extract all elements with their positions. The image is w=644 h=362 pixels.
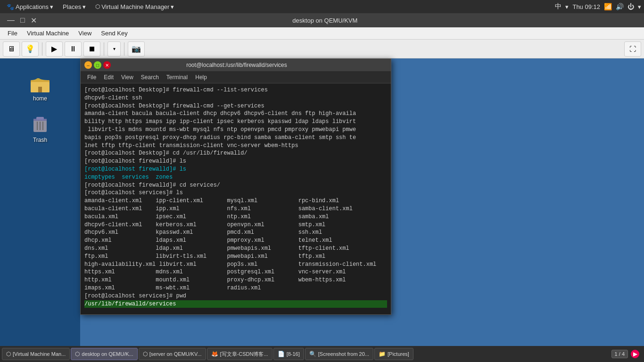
taskbar-8-16-label: [8-16] [287,351,300,357]
taskbar-pictures[interactable]: 📁 [Pictures] [374,348,413,360]
taskbar-desktop-qemu[interactable]: ⬡ desktop on QEMU/K... [71,348,137,360]
toolbar-details-button[interactable]: 💡 [22,41,39,57]
terminal-menu-view[interactable]: View [117,73,137,82]
terminal-window-controls: – □ ✕ [84,61,111,69]
toolbar-run-dropdown[interactable]: ▾ [107,41,121,57]
terminal-maximize-button[interactable]: □ [94,61,101,69]
terminal-menu-help[interactable]: Help [191,73,211,82]
vm-menu-send-key[interactable]: Send Key [96,29,132,38]
vm-manager-menu[interactable]: ⬡ Virtual Machine Manager ▾ [91,2,178,11]
input-method-chevron[interactable]: ▾ [565,3,569,10]
applications-chevron: ▾ [50,3,53,10]
terminal-menu-edit[interactable]: Edit [100,73,117,82]
taskbar-right: 1 / 4 ▶ [611,350,642,358]
taskbar-8-16[interactable]: 📄 [8-16] [273,348,304,360]
vm-close-button[interactable]: ✕ [28,16,39,25]
taskbar-pictures-icon: 📁 [379,351,386,357]
taskbar-desktop-icon: ⬡ [75,351,80,357]
toolbar-fullscreen-button[interactable]: ⛶ [624,41,641,57]
places-label: Places [63,3,81,10]
sidebar: home Trash [0,58,80,362]
taskbar-screenshot-label: [Screenshot from 20... [318,351,369,357]
top-bar: 🐾 Applications ▾ Places ▾ ⬡ Virtual Mach… [0,0,644,13]
toolbar-pause-button[interactable]: ⏸ [65,41,82,57]
taskbar-server-qemu[interactable]: ⬡ [server on QEMU/KV... [139,348,206,360]
taskbar-vm-icon: ⬡ [6,351,11,357]
svg-rect-6 [36,117,44,120]
terminal-menubar: File Edit View Search Terminal Help [81,71,391,83]
taskbar-blog-icon: 🦊 [211,351,218,357]
toolbar-screenshot-button[interactable]: 📷 [128,41,145,57]
terminal-close-button[interactable]: ✕ [103,61,111,69]
vm-toolbar: 🖥 💡 ▶ ⏸ ⏹ ▾ 📷 ⛶ [0,40,644,58]
vm-window-controls: — □ ✕ [5,16,39,25]
places-menu[interactable]: Places ▾ [59,2,90,11]
topbar-right: 中 ▾ Thu 09:12 📶 🔊 ⏻ ▾ [555,2,641,11]
home-folder-svg [29,71,51,93]
vm-titlebar: — □ ✕ desktop on QEMU/KVM [0,13,644,27]
terminal-body[interactable]: [root@localhost Desktop]# firewall-cmd -… [81,83,391,314]
vm-title: desktop on QEMU/KVM [39,17,611,24]
trash-icon[interactable]: Trash [24,109,56,146]
taskbar-pictures-label: [Pictures] [388,351,409,357]
vm-minimize-button[interactable]: — [5,16,17,25]
toolbar-separator-3 [124,42,124,56]
toolbar-separator-1 [42,42,42,56]
applications-label: Applications [16,3,49,10]
taskbar: ⬡ [Virtual Machine Man... ⬡ desktop on Q… [0,346,644,362]
taskbar-virt-manager[interactable]: ⬡ [Virtual Machine Man... [2,348,70,360]
power-icon[interactable]: ⏻ [627,3,634,10]
toolbar-separator-2 [104,42,104,56]
taskbar-screenshot-icon: 🔍 [309,351,316,357]
taskbar-server-label: [server on QEMU/KV... [149,351,202,357]
places-chevron: ▾ [83,3,86,10]
terminal-menu-terminal[interactable]: Terminal [163,73,191,82]
terminal-content: [root@localhost Desktop]# firewall-cmd -… [84,86,387,314]
vm-manager-chevron: ▾ [171,3,174,10]
trash-can-svg [29,112,51,135]
applications-menu[interactable]: 🐾 Applications ▾ [3,2,57,11]
vm-menu-file[interactable]: File [3,29,22,38]
vm-menu-virtual-machine[interactable]: Virtual Machine [22,29,74,38]
volume-icon[interactable]: 🔊 [616,3,624,10]
vm-manager-label: Virtual Machine Manager [101,3,169,10]
taskbar-screenshot[interactable]: 🔍 [Screenshot from 20... [305,348,373,360]
toolbar-monitor-button[interactable]: 🖥 [3,41,20,57]
taskbar-blog-label: [写文章-CSDN博客... [220,351,268,358]
virt-manager-window: — □ ✕ desktop on QEMU/KVM File Virtual M… [0,13,644,362]
page-indicator: 1 / 4 [611,350,628,358]
toolbar-play-button[interactable]: ▶ [46,41,63,57]
next-page-button[interactable]: ▶ [631,350,639,358]
trash-label: Trash [33,137,47,143]
taskbar-virt-manager-label: [Virtual Machine Man... [13,351,66,357]
taskbar-server-icon: ⬡ [143,351,148,357]
toolbar-stop-button[interactable]: ⏹ [83,41,100,57]
clock: Thu 09:12 [572,3,600,10]
main-area: home Trash – □ [0,58,644,362]
home-icon[interactable]: home [24,68,56,105]
terminal-menu-file[interactable]: File [83,73,100,82]
vm-menubar: File Virtual Machine View Send Key [0,27,644,40]
power-chevron[interactable]: ▾ [638,3,641,10]
vm-menu-view[interactable]: View [74,29,96,38]
topbar-left: 🐾 Applications ▾ Places ▾ ⬡ Virtual Mach… [3,2,178,11]
home-label: home [33,95,47,102]
terminal-window: – □ ✕ root@localhost:/usr/lib/firewalld/… [80,58,391,315]
svg-rect-3 [38,87,42,92]
terminal-title: root@localhost:/usr/lib/firewalld/servic… [111,62,363,68]
terminal-minimize-button[interactable]: – [84,61,92,69]
input-method-icon[interactable]: 中 [555,2,561,11]
taskbar-desktop-label: desktop on QEMU/K... [82,351,133,357]
terminal-menu-search[interactable]: Search [137,73,163,82]
taskbar-8-16-icon: 📄 [278,351,285,357]
applications-icon: 🐾 [7,3,14,10]
wifi-icon[interactable]: 📶 [604,3,612,10]
vm-icon: ⬡ [95,3,100,10]
taskbar-blog[interactable]: 🦊 [写文章-CSDN博客... [207,348,272,360]
vm-maximize-button[interactable]: □ [18,16,27,25]
terminal-titlebar: – □ ✕ root@localhost:/usr/lib/firewalld/… [81,59,391,71]
